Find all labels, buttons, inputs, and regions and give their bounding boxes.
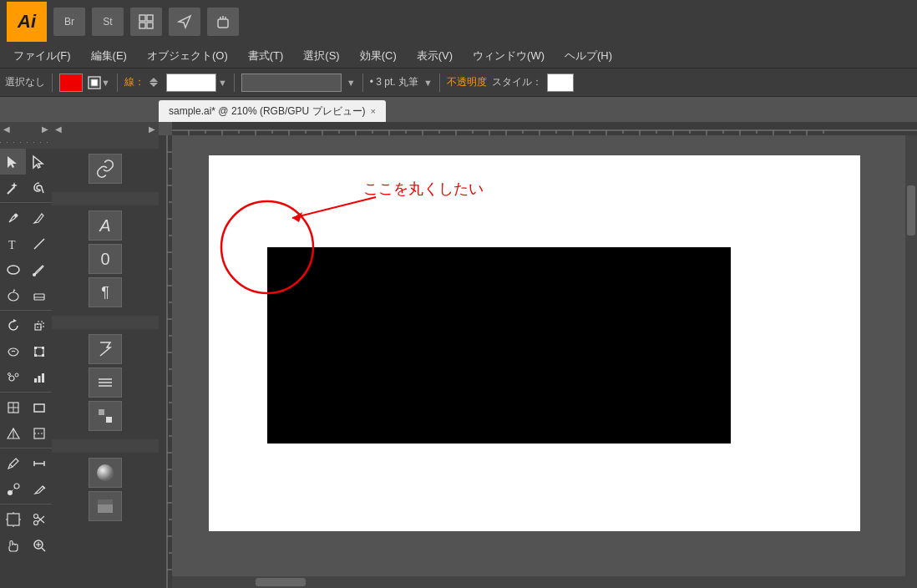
svg-rect-58 [99,409,104,415]
eyedropper-tool[interactable] [0,450,26,476]
blob-brush-tool[interactable] [0,282,26,308]
document-tab[interactable]: sample.ai* @ 210% (RGB/GPU プレビュー) × [159,100,386,122]
link-panel-tool[interactable] [89,154,122,184]
ruler-right-mid1 [52,192,159,205]
tab-bar: sample.ai* @ 210% (RGB/GPU プレビュー) × [0,97,917,122]
scissors-tool[interactable] [26,506,52,532]
line-tool[interactable] [26,231,52,256]
rotate-tool[interactable] [0,312,26,338]
stroke-width-input[interactable] [241,74,342,92]
magic-wand-tool[interactable] [0,175,26,200]
svg-point-13 [8,266,19,274]
brush-selector[interactable]: ▼ [423,78,433,88]
ruler-right-mid3 [52,439,159,453]
tool-grid-transform [0,312,52,390]
artboard-tool[interactable] [0,506,26,532]
ellipse-tool[interactable] [0,256,26,282]
annotation-arrow-line [292,197,376,218]
direct-selection-tool[interactable] [26,149,52,175]
measure-tool[interactable] [26,450,52,476]
rectangle-tool[interactable] [26,394,52,420]
menu-file[interactable]: ファイル(F) [3,45,81,67]
ruler-horizontal [172,122,917,135]
warp-tool[interactable] [0,338,26,364]
stroke-spinner[interactable] [149,75,165,90]
hand-tool-button[interactable] [207,8,239,36]
eraser-tool[interactable] [26,282,52,308]
flag-panel-tool[interactable] [89,334,122,364]
tool-grid-selection [0,149,52,200]
sep-1 [0,202,52,203]
menu-view[interactable]: 表示(V) [407,45,463,67]
symbol-sprayer-tool[interactable] [0,364,26,390]
menu-edit[interactable]: 編集(E) [81,45,137,67]
blend-tool[interactable] [0,476,26,502]
svg-line-43 [43,486,45,489]
menu-effect[interactable]: 効果(C) [350,45,407,67]
separator-2 [117,74,118,92]
scrollbar-v-thumb[interactable] [907,185,915,236]
toolbar-collapse-top[interactable]: ◀▶ [0,122,52,135]
transform-panel-tool[interactable] [89,401,122,431]
svg-rect-9 [91,79,98,86]
brush-label: • 3 pt. 丸筆 [370,75,418,89]
sphere-panel-tool[interactable] [89,458,122,488]
free-transform-tool[interactable] [26,338,52,364]
align-panel-tool[interactable] [89,368,122,398]
slice-tool[interactable] [26,420,52,446]
panel-collapse-top[interactable]: ◀▶ [52,122,159,135]
fill-mode-icon [88,76,101,89]
zoom-tool[interactable] [26,532,52,558]
scale-tool[interactable] [26,312,52,338]
menu-window[interactable]: ウィンドウ(W) [463,45,555,67]
perspective-grid-tool[interactable] [0,420,26,446]
scrollbar-horizontal[interactable] [172,576,917,588]
ruler-right-mid2 [52,316,159,329]
live-paint-bucket-tool[interactable] [26,476,52,502]
main-area: ◀▶ [0,122,917,588]
tool-grid-draw: T [0,205,52,308]
svg-line-42 [12,488,15,491]
oval-panel-tool[interactable]: 0 [89,244,122,274]
menu-object[interactable]: オブジェクト(O) [137,45,238,67]
style-swatch[interactable] [547,74,574,92]
canvas-area[interactable]: ここを丸くしたい [159,122,917,588]
menu-select[interactable]: 選択(S) [293,45,349,67]
selection-tool[interactable] [0,149,26,175]
separator-5 [439,74,440,92]
tab-close-button[interactable]: × [371,106,376,116]
separator-3 [234,74,235,92]
stroke-label: 線： [124,75,144,89]
hand-tool[interactable] [0,532,26,558]
send-button[interactable] [169,8,200,36]
scrollbar-vertical[interactable] [905,135,917,576]
stroke-color-swatch[interactable] [166,74,216,92]
pencil-tool[interactable] [26,205,52,231]
menu-type[interactable]: 書式(T) [238,45,294,67]
svg-rect-29 [42,373,44,383]
arrange-button[interactable] [130,8,162,36]
lasso-tool[interactable] [26,175,52,200]
svg-rect-4 [218,19,228,28]
scrollbar-h-thumb[interactable] [256,578,306,586]
graph-tool[interactable] [26,364,52,390]
svg-rect-20 [34,347,37,349]
black-rectangle[interactable] [267,247,731,444]
right-panel: ◀▶ A 0 ¶ [52,122,159,588]
square-panel-tool[interactable] [89,491,122,521]
type-tool[interactable]: T [0,231,26,256]
fill-color-swatch[interactable] [59,74,83,92]
mesh-tool[interactable] [0,394,26,420]
pen-tool[interactable] [0,205,26,231]
bridge-button[interactable]: Br [53,8,85,36]
para-panel-tool[interactable]: ¶ [89,277,122,307]
panel-tools [52,149,159,189]
type-panel-tool[interactable]: A [89,210,122,241]
stock-button[interactable]: St [92,8,124,36]
svg-rect-28 [38,376,40,383]
artboard[interactable]: ここを丸くしたい [209,155,860,531]
svg-text:T: T [8,239,16,251]
brush-tool[interactable] [26,256,52,282]
svg-rect-27 [34,378,37,383]
menu-help[interactable]: ヘルプ(H) [555,45,622,67]
